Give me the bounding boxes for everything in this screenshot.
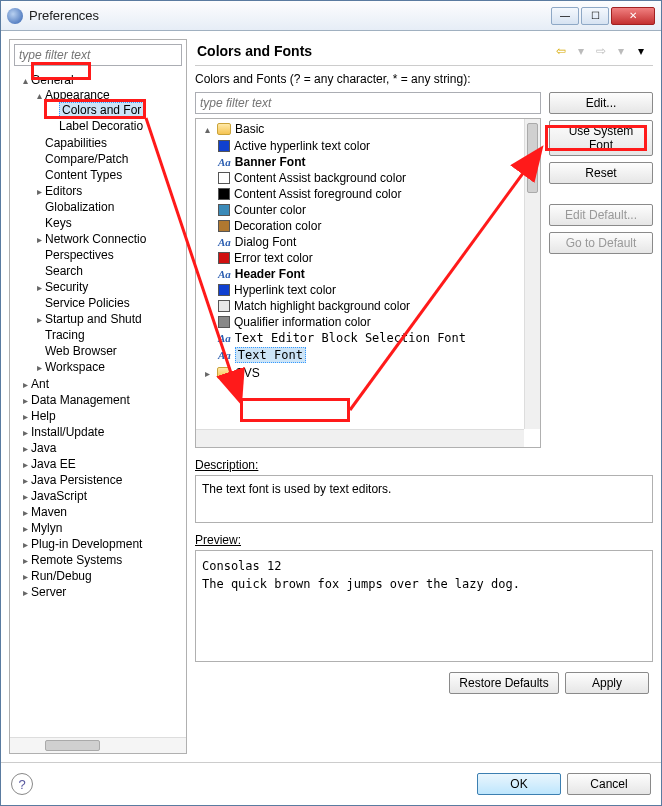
tree-help[interactable]: Help — [31, 409, 56, 423]
cf-cvs[interactable]: CVS — [235, 366, 260, 380]
tree-javascript[interactable]: JavaScript — [31, 489, 87, 503]
tree-java-ee[interactable]: Java EE — [31, 457, 76, 471]
tree-capabilities[interactable]: Capabilities — [45, 136, 107, 150]
category-panel: ▴General ▴Appearance Colors and For Labe… — [9, 39, 187, 754]
font-icon: Aa — [218, 236, 231, 248]
tree-appearance[interactable]: Appearance — [45, 88, 110, 102]
restore-defaults-button[interactable]: Restore Defaults — [449, 672, 559, 694]
tree-maven[interactable]: Maven — [31, 505, 67, 519]
cf-item[interactable]: Active hyperlink text color — [234, 139, 370, 153]
use-system-font-button[interactable]: Use System Font — [549, 120, 653, 156]
tree-web-browser[interactable]: Web Browser — [45, 344, 117, 358]
color-swatch — [218, 300, 230, 312]
folder-icon — [217, 367, 231, 379]
cf-filter-input[interactable] — [195, 92, 541, 114]
nav-back-menu-icon[interactable]: ▾ — [573, 43, 589, 59]
color-swatch — [218, 172, 230, 184]
nav-back-icon[interactable]: ⇦ — [553, 43, 569, 59]
tree-workspace[interactable]: Workspace — [45, 360, 105, 374]
app-icon — [7, 8, 23, 24]
tree-general[interactable]: General — [31, 73, 74, 87]
apply-button[interactable]: Apply — [565, 672, 649, 694]
colors-fonts-tree[interactable]: ▴Basic Active hyperlink text color AaBan… — [196, 119, 540, 431]
edit-default-button[interactable]: Edit Default... — [549, 204, 653, 226]
tree-run-debug[interactable]: Run/Debug — [31, 569, 92, 583]
tree-search[interactable]: Search — [45, 264, 83, 278]
view-menu-icon[interactable]: ▾ — [633, 43, 649, 59]
tree-java[interactable]: Java — [31, 441, 56, 455]
tree-ant[interactable]: Ant — [31, 377, 49, 391]
cf-text-font[interactable]: Text Font — [235, 347, 306, 363]
main-panel: Colors and Fonts ⇦ ▾ ⇨ ▾ ▾ Colors and Fo… — [195, 39, 653, 754]
cf-v-scrollbar[interactable] — [524, 119, 540, 429]
minimize-button[interactable]: — — [551, 7, 579, 25]
color-swatch — [218, 204, 230, 216]
page-heading: Colors and Fonts — [197, 43, 551, 59]
tree-java-persistence[interactable]: Java Persistence — [31, 473, 122, 487]
tree-plugin-dev[interactable]: Plug-in Development — [31, 537, 142, 551]
ok-button[interactable]: OK — [477, 773, 561, 795]
maximize-button[interactable]: ☐ — [581, 7, 609, 25]
color-swatch — [218, 220, 230, 232]
tree-remote-systems[interactable]: Remote Systems — [31, 553, 122, 567]
description-box: The text font is used by text editors. — [195, 475, 653, 523]
tree-keys[interactable]: Keys — [45, 216, 72, 230]
font-icon: Aa — [218, 268, 231, 280]
goto-default-button[interactable]: Go to Default — [549, 232, 653, 254]
cf-item[interactable]: Qualifier information color — [234, 315, 371, 329]
close-button[interactable]: ✕ — [611, 7, 655, 25]
tree-compare-patch[interactable]: Compare/Patch — [45, 152, 128, 166]
tree-data-management[interactable]: Data Management — [31, 393, 130, 407]
cf-basic[interactable]: Basic — [235, 122, 264, 136]
left-h-scrollbar[interactable] — [10, 737, 186, 753]
tree-tracing[interactable]: Tracing — [45, 328, 85, 342]
description-label: Description: — [195, 458, 653, 472]
color-swatch — [218, 252, 230, 264]
tree-network-connections[interactable]: Network Connectio — [45, 232, 146, 246]
cf-item[interactable]: Banner Font — [235, 155, 306, 169]
color-swatch — [218, 316, 230, 328]
cf-item[interactable]: Match highlight background color — [234, 299, 410, 313]
preview-box: Consolas 12 The quick brown fox jumps ov… — [195, 550, 653, 662]
cancel-button[interactable]: Cancel — [567, 773, 651, 795]
cf-item[interactable]: Content Assist background color — [234, 171, 406, 185]
tree-label-decorations[interactable]: Label Decoratio — [59, 119, 143, 133]
cf-item[interactable]: Content Assist foreground color — [234, 187, 401, 201]
tree-install-update[interactable]: Install/Update — [31, 425, 104, 439]
filter-hint: Colors and Fonts (? = any character, * =… — [195, 72, 653, 86]
tree-service-policies[interactable]: Service Policies — [45, 296, 130, 310]
tree-startup-shutdown[interactable]: Startup and Shutd — [45, 312, 142, 326]
preview-label: Preview: — [195, 533, 653, 547]
category-tree[interactable]: ▴General ▴Appearance Colors and For Labe… — [10, 70, 186, 737]
preview-line: The quick brown fox jumps over the lazy … — [202, 575, 646, 593]
tree-editors[interactable]: Editors — [45, 184, 82, 198]
tree-server[interactable]: Server — [31, 585, 66, 599]
cf-item[interactable]: Dialog Font — [235, 235, 296, 249]
color-swatch — [218, 140, 230, 152]
tree-content-types[interactable]: Content Types — [45, 168, 122, 182]
cf-item[interactable]: Decoration color — [234, 219, 321, 233]
cf-item[interactable]: Counter color — [234, 203, 306, 217]
nav-fwd-icon[interactable]: ⇨ — [593, 43, 609, 59]
left-filter-input[interactable] — [14, 44, 182, 66]
folder-icon — [217, 123, 231, 135]
edit-button[interactable]: Edit... — [549, 92, 653, 114]
font-icon: Aa — [218, 156, 231, 168]
nav-fwd-menu-icon[interactable]: ▾ — [613, 43, 629, 59]
font-icon: Aa — [218, 332, 231, 344]
tree-perspectives[interactable]: Perspectives — [45, 248, 114, 262]
cf-item[interactable]: Error text color — [234, 251, 313, 265]
tree-mylyn[interactable]: Mylyn — [31, 521, 62, 535]
tree-security[interactable]: Security — [45, 280, 88, 294]
help-icon[interactable]: ? — [11, 773, 33, 795]
cf-item[interactable]: Hyperlink text color — [234, 283, 336, 297]
cf-item[interactable]: Text Editor Block Selection Font — [235, 331, 466, 345]
font-icon: Aa — [218, 349, 231, 361]
reset-button[interactable]: Reset — [549, 162, 653, 184]
tree-colors-and-fonts[interactable]: Colors and For — [59, 102, 144, 118]
tree-globalization[interactable]: Globalization — [45, 200, 114, 214]
cf-item[interactable]: Header Font — [235, 267, 305, 281]
cf-h-scrollbar[interactable] — [196, 429, 524, 447]
window-title: Preferences — [29, 8, 551, 23]
title-bar: Preferences — ☐ ✕ — [1, 1, 661, 31]
